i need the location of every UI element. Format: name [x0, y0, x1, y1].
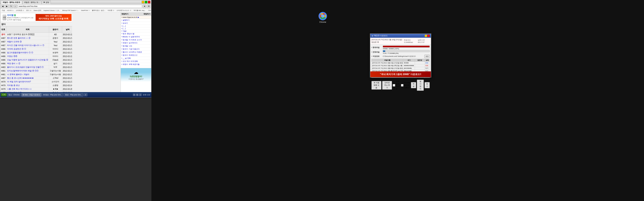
list-item[interactable]: • Blocks: 이 설명 테두리	[121, 35, 151, 38]
bookmark-today[interactable]: 토디 ☆	[26, 9, 32, 12]
browser-tab-3[interactable]: ▶ 갑당	[42, 0, 51, 4]
bookmark-smartphone[interactable]: 스마트폰 뉴스소스 ☆	[116, 9, 132, 12]
list-item[interactable]: • +ego	[121, 30, 151, 32]
row-author: 1 빌리는사람	[49, 69, 62, 73]
regenerate-button[interactable]: 재생	[411, 82, 416, 88]
filejo-promo-banner: "국내 최저가격 1원에 20MB" 다운로드!!	[370, 71, 431, 77]
refresh-button[interactable]: ↻	[10, 4, 13, 8]
browser-tab-2[interactable]: 파일조 - 원하는 모...	[22, 0, 42, 4]
bookmark-google[interactable]: 구글	[1, 9, 6, 12]
taskbar-item-play2[interactable]: 힘당 - Play your Dre...	[64, 93, 84, 97]
list-item[interactable]: • 링크수: 기금 다음신다	[121, 48, 151, 51]
list-item[interactable]: • 링크: 환상시 발	[121, 32, 151, 35]
row-title[interactable]: 핸드폰 번호 올리마리 ☺ ②	[6, 36, 49, 40]
ime-icon: A	[133, 93, 136, 96]
start-button[interactable]: 시작	[1, 93, 7, 96]
bookmark-aid[interactable]: 부리풀 AID, bey...	[133, 9, 146, 12]
tab-2-label: 파일조 - 원하는 모...	[24, 1, 40, 4]
row-date: 2012-02-27	[62, 47, 72, 51]
col-date: 날짜	[62, 26, 72, 33]
dialog-file-title: [라이브스타 TV] 2012 1월 19일 (카요일) 방송분 高	[372, 38, 404, 43]
bookmark-start[interactable]: StartPOAI ☆	[80, 9, 90, 12]
laser-product: 레이져토닝 10회 소프트필 50회	[37, 17, 70, 20]
current-progress-bar	[383, 45, 430, 47]
row-author: 야야다	[49, 55, 62, 58]
row-title[interactable]: 나 문학에 물봐안ㄴ개달라	[6, 73, 49, 76]
row-title[interactable]: 진지는|절벽화자이마|라 레알 ④ ①①	[6, 69, 49, 73]
address-text: www.fizip.com/?mc=free	[19, 5, 38, 7]
bookmark-naver[interactable]: 네이버 ☆	[6, 9, 14, 12]
address-bar[interactable]: www.fizip.com/?mc=free	[18, 5, 142, 8]
row-title[interactable]: 알고리즘들면들어야한다 ① ①	[6, 51, 49, 55]
close-button[interactable]: ×	[148, 1, 150, 3]
list-item[interactable]: • 보내기	[121, 22, 151, 25]
dialog-close[interactable]: ×	[428, 35, 430, 37]
cloud-icon: ☁	[122, 70, 150, 75]
checkbox-1[interactable]	[393, 84, 395, 87]
taskbar-item-chrome[interactable]: 힘낭 - Chrome	[7, 93, 21, 97]
list-item[interactable]: • 웹서수: 내 대주신 카분관	[121, 51, 151, 54]
checkbox-2[interactable]	[401, 84, 404, 87]
row-title[interactable]: 오늘 마함에 일어나다가 잠들었다가 식간번들 ⑤	[6, 58, 49, 62]
path-change-button[interactable]: 변경	[424, 55, 430, 58]
list-item[interactable]: • 유명수: 능지착이다	[121, 41, 151, 45]
file-list-item: [라이브스타 TV] 2012 1월 19일 (목요일) 1월 5일 방송분.a…	[372, 64, 430, 67]
current-file-row: • 현재파일 406MB / 808MB (100%)	[372, 45, 430, 50]
chrome-desktop-icon[interactable]: Chrome	[318, 11, 327, 23]
list-item[interactable]: • 설명하기	[121, 19, 151, 22]
file-status: 완료	[425, 62, 430, 64]
row-date: 2012-02-27	[62, 40, 72, 44]
minimize-button[interactable]: _	[142, 1, 144, 3]
row-title[interactable]: 니를 건화 복고 하기다리☺☺	[6, 87, 49, 91]
list-item[interactable]: • (....)	[121, 27, 151, 30]
bookmark-inspired[interactable]: Inspired Colours ☆ | S...	[43, 9, 61, 12]
row-title[interactable]: 물라가시 조포코끝로 만들어지않 안할① ①	[6, 65, 49, 69]
back-button[interactable]: ◀	[1, 4, 4, 8]
browser-tab-1[interactable]: 파일조 - 원하는 모든것	[1, 0, 22, 4]
close-dialog-button[interactable]: 닫기	[424, 82, 430, 88]
add-url-button[interactable]: 인터넷 주소 추가	[382, 81, 392, 90]
row-title[interactable]: 행산 좀 로니산에 ★★★★★★	[6, 76, 49, 80]
pause-button[interactable]: 일시정지	[417, 80, 424, 91]
list-item[interactable]: • 유명수: 부뚝 애관가들	[121, 63, 151, 66]
taskbar-item-num[interactable]: 2	[84, 93, 88, 96]
desktop: 파일조 - 원하는 모든것 파일조 - 원하는 모... ▶ 갑당 _ □ × …	[0, 0, 644, 201]
row-title[interactable]: 보짱♡ 전자투표 점도자 ②③▒▒	[6, 33, 49, 36]
tools-button[interactable]: ⚙	[147, 4, 150, 8]
row-date: 2012-02-27	[62, 76, 72, 80]
row-title[interactable]: 타다건 건물 대여겸 이야기도나옵니다 ☺ ①	[6, 44, 49, 47]
total-file-progress: 72.61 / 77,004MB (0%)	[383, 50, 430, 54]
bookmark-smart[interactable]: 스마트폰 ☆	[15, 9, 25, 12]
bookmark-activity[interactable]: 활력자공소 - 일간...	[91, 9, 106, 12]
queue-button[interactable]: 큐 이동목록 도움	[372, 81, 382, 90]
row-title[interactable]: 야야에 궁금한건 ④ ①	[6, 47, 49, 51]
taskbar-item-neo[interactable]: ⊞ Neo - 파일 다운로드	[21, 93, 42, 97]
bookmark-bitmop[interactable]: Bitmop P2P Search ☆...	[62, 9, 80, 12]
row-author: Yeul	[49, 40, 62, 44]
list-item[interactable]: • 오도 적으 뜨게 변화	[121, 60, 151, 63]
bookmark-daum[interactable]: Daum 공개	[33, 9, 42, 12]
tab-1-label: 파일조 - 원하는 모든것	[3, 1, 20, 4]
forward-button[interactable]: ▶	[5, 4, 8, 8]
dialog-minimize[interactable]: _	[425, 35, 427, 37]
laser-banner[interactable]: 대대 그레이샘바 도임 레이져토닝 10회 소프트필 50회	[36, 14, 72, 21]
list-item[interactable]: • 링크들: 나도	[121, 45, 151, 48]
star-button[interactable]: ★	[143, 4, 146, 8]
list-item[interactable]: • __ 날 친화	[121, 57, 151, 60]
bookmark-other[interactable]: 가타 북마크 ☆	[147, 9, 151, 12]
row-title[interactable]: 에들아 도와줘 ③	[6, 40, 49, 44]
bookmark-trt[interactable]: 타트툰 ☆	[107, 9, 115, 12]
maximize-button[interactable]: □	[145, 1, 148, 3]
list-item[interactable]: • 링크수: 하르떤고고	[121, 54, 151, 57]
row-title[interactable]: 치리들 좀 변산	[6, 84, 49, 87]
url-go[interactable]: ▶	[138, 16, 139, 18]
banner-area: 사진 아이엠쌤 충분한 하루행복과 교과전일정 후 선생님 하루 3월개의말습 …	[0, 12, 72, 22]
home-button[interactable]: ⌂	[14, 4, 17, 8]
row-title[interactable]: 야 케밀 전차 달리한지마라?	[6, 80, 49, 84]
row-title[interactable]: 커영순 ③③	[6, 55, 49, 58]
table-row: 4486 알고리즘들면들어야한다 ① ① 보생하 2012-02-27 4	[0, 51, 72, 55]
taskbar-item-play1[interactable]: ⊞ 힘당 - Play your Dre...	[42, 93, 64, 97]
list-item[interactable]: • 링크들: 이 이트로 소시가	[121, 38, 151, 41]
row-title[interactable]: 맥양 증비 ☺ ②	[6, 62, 49, 65]
list-item[interactable]: • (....)	[121, 25, 151, 27]
